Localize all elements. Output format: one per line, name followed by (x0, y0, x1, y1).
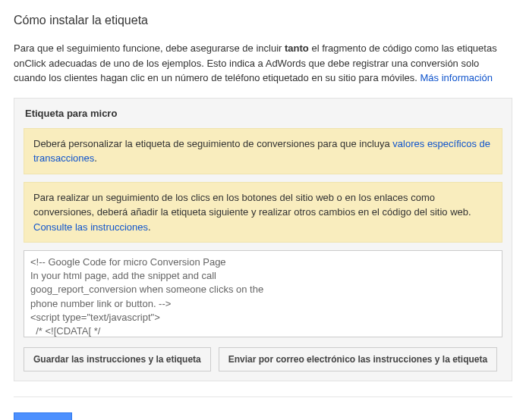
panel-title: Etiqueta para micro (25, 108, 502, 119)
more-info-link[interactable]: Más información (420, 72, 493, 83)
page-heading: Cómo instalar la etiqueta (14, 14, 512, 27)
divider (14, 396, 512, 397)
notice-customize: Deberá personalizar la etiqueta de segui… (24, 128, 502, 174)
save-button[interactable]: Guardar (14, 412, 72, 420)
notice2-tail: . (148, 221, 151, 233)
intro-paragraph: Para que el seguimiento funcione, debe a… (14, 41, 512, 86)
notice1-tail: . (94, 152, 97, 164)
intro-text-1: Para que el seguimiento funcione, debe a… (14, 42, 285, 54)
intro-bold: tanto (285, 42, 309, 54)
notice-clicks: Para realizar un seguimiento de los clic… (24, 182, 502, 243)
code-snippet-textarea[interactable] (24, 250, 502, 337)
email-instructions-button[interactable]: Enviar por correo electrónico las instru… (219, 347, 497, 371)
tag-panel: Etiqueta para micro Deberá personalizar … (14, 98, 512, 382)
button-row: Guardar las instrucciones y la etiqueta … (24, 347, 502, 371)
save-instructions-button[interactable]: Guardar las instrucciones y la etiqueta (24, 347, 211, 371)
instructions-link[interactable]: Consulte las instrucciones (33, 221, 148, 233)
notice1-text: Deberá personalizar la etiqueta de segui… (33, 138, 392, 149)
notice2-text: Para realizar un seguimiento de los clic… (33, 192, 471, 218)
